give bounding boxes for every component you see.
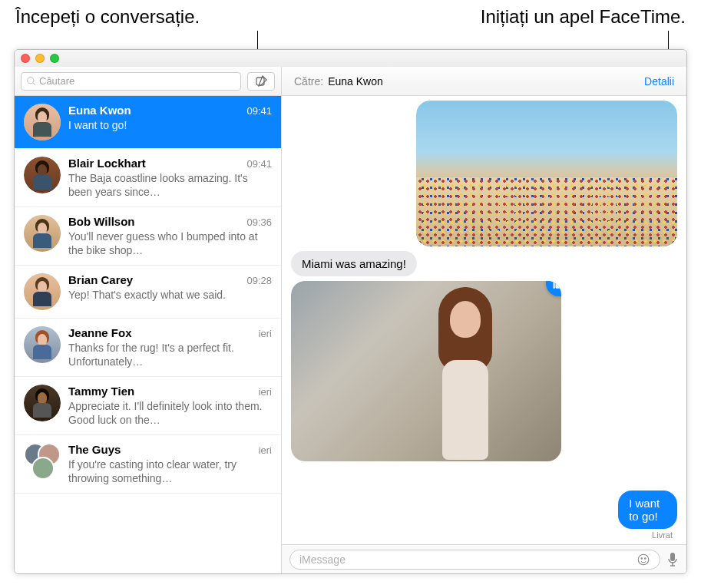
compose-row: iMessage bbox=[282, 544, 686, 573]
avatar bbox=[24, 157, 61, 193]
to-label: Către: bbox=[294, 75, 323, 88]
avatar bbox=[24, 273, 61, 310]
message-image-out[interactable] bbox=[416, 101, 677, 246]
conversation-list: Euna Kwon 09:41 I want to go! Blair Lock… bbox=[15, 96, 281, 573]
svg-rect-6 bbox=[670, 553, 675, 561]
chat-header: Către: Euna Kwon Detalii bbox=[282, 67, 686, 96]
window-minimize-button[interactable] bbox=[35, 54, 45, 63]
compose-button[interactable] bbox=[247, 72, 275, 91]
conversation-preview: Thanks for the rug! It's a perfect fit. … bbox=[68, 341, 272, 368]
conversation-item[interactable]: Brian Carey 09:28 Yep! That's exactly wh… bbox=[15, 266, 281, 319]
message-out[interactable]: I want to go! bbox=[618, 491, 677, 529]
conversation-name: Euna Kwon bbox=[68, 104, 131, 117]
conversation-item[interactable]: Tammy Tien ieri Appreciate it. I'll defi… bbox=[15, 377, 281, 435]
conversation-time: 09:28 bbox=[246, 275, 272, 286]
delivered-status: Livrat bbox=[652, 530, 677, 540]
window-zoom-button[interactable] bbox=[50, 54, 59, 63]
svg-line-1 bbox=[33, 83, 35, 85]
message-placeholder: iMessage bbox=[299, 553, 346, 566]
conversation-time: 09:41 bbox=[246, 105, 272, 117]
avatar-group bbox=[24, 443, 61, 480]
conversation-time: 09:36 bbox=[246, 216, 272, 228]
compose-icon bbox=[255, 75, 267, 88]
chat-transcript[interactable]: Miami was amazing! bbox=[282, 96, 686, 544]
svg-point-4 bbox=[641, 557, 643, 559]
search-placeholder: Căutare bbox=[39, 75, 74, 87]
svg-point-5 bbox=[645, 557, 646, 559]
avatar bbox=[24, 326, 61, 363]
conversation-preview: Appreciate it. I'll definitely look into… bbox=[68, 399, 272, 427]
microphone-icon[interactable] bbox=[666, 552, 679, 567]
conversation-time: ieri bbox=[259, 386, 272, 398]
avatar bbox=[24, 385, 61, 421]
search-icon bbox=[26, 76, 36, 86]
window-close-button[interactable] bbox=[21, 54, 30, 63]
message-input[interactable]: iMessage bbox=[289, 550, 660, 570]
conversation-preview: The Baja coastline looks amazing. It's b… bbox=[68, 171, 272, 199]
conversation-item[interactable]: Bob Willson 09:36 You'll never guess who… bbox=[15, 207, 281, 266]
to-recipient[interactable]: Euna Kwon bbox=[328, 75, 383, 88]
conversation-preview: You'll never guess who I bumped into at … bbox=[68, 230, 272, 257]
conversation-item[interactable]: Blair Lockhart 09:41 The Baja coastline … bbox=[15, 149, 281, 207]
conversation-time: ieri bbox=[259, 444, 272, 456]
svg-point-3 bbox=[638, 554, 649, 565]
message-image-in[interactable] bbox=[291, 281, 561, 461]
conversation-name: Blair Lockhart bbox=[68, 157, 146, 170]
conversation-time: 09:41 bbox=[246, 158, 272, 170]
chat-pane: Către: Euna Kwon Detalii Miami was amazi… bbox=[282, 67, 686, 573]
conversation-item[interactable]: Euna Kwon 09:41 I want to go! bbox=[15, 96, 281, 149]
conversation-name: The Guys bbox=[68, 443, 121, 456]
conversation-name: Jeanne Fox bbox=[68, 326, 132, 339]
conversation-preview: I want to go! bbox=[68, 118, 272, 132]
conversation-time: ieri bbox=[259, 328, 272, 339]
conversation-preview: If you're casting into clear water, try … bbox=[68, 458, 272, 485]
annotation-facetime: Inițiați un apel FaceTime. bbox=[481, 6, 686, 28]
details-button[interactable]: Detalii bbox=[644, 75, 674, 88]
conversation-item[interactable]: The Guys ieri If you're casting into cle… bbox=[15, 435, 281, 494]
search-input[interactable]: Căutare bbox=[21, 72, 241, 91]
avatar bbox=[24, 215, 61, 252]
conversation-name: Tammy Tien bbox=[68, 385, 134, 398]
beach-photo bbox=[416, 101, 677, 246]
portrait-photo bbox=[291, 281, 561, 461]
emoji-icon[interactable] bbox=[637, 553, 650, 567]
window-titlebar bbox=[15, 50, 686, 67]
message-in[interactable]: Miami was amazing! bbox=[291, 251, 417, 276]
conversation-item[interactable]: Jeanne Fox ieri Thanks for the rug! It's… bbox=[15, 319, 281, 377]
svg-point-0 bbox=[28, 78, 34, 84]
avatar bbox=[24, 104, 61, 140]
messages-window: Căutare Euna Kwon 09:41 I want to go! bbox=[14, 49, 687, 574]
conversation-name: Bob Willson bbox=[68, 215, 135, 228]
annotation-compose: Începeți o conversație. bbox=[15, 6, 200, 28]
conversation-preview: Yep! That's exactly what we said. bbox=[68, 288, 272, 302]
conversation-name: Brian Carey bbox=[68, 273, 133, 286]
conversation-sidebar: Căutare Euna Kwon 09:41 I want to go! bbox=[15, 67, 282, 573]
